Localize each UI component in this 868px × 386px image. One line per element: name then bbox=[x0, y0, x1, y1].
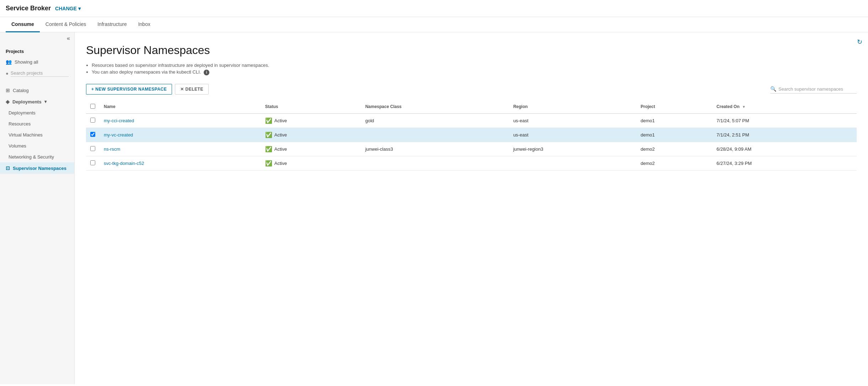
row-checkbox[interactable] bbox=[90, 160, 95, 165]
supervisor-namespaces-label: Supervisor Namespaces bbox=[13, 166, 66, 171]
projects-label: Projects bbox=[0, 44, 74, 56]
sidebar-item-virtual-machines[interactable]: Virtual Machines bbox=[0, 129, 74, 140]
top-bar: Service Broker CHANGE ▾ bbox=[0, 0, 868, 17]
deployments-icon: ◈ bbox=[6, 99, 10, 104]
row-created-on: 7/1/24, 5:07 PM bbox=[712, 113, 857, 128]
namespaces-table: Name Status Namespace Class Region Proje… bbox=[86, 100, 857, 171]
row-status: ✅ Active bbox=[261, 156, 361, 170]
row-checkbox[interactable] bbox=[90, 146, 95, 151]
status-active-icon: ✅ bbox=[265, 117, 272, 124]
catalog-label: Catalog bbox=[13, 88, 29, 93]
tab-infrastructure[interactable]: Infrastructure bbox=[92, 17, 132, 32]
status-active-icon: ✅ bbox=[265, 146, 272, 152]
sidebar-collapse-area: « bbox=[0, 32, 74, 44]
row-status: ✅ Active bbox=[261, 113, 361, 128]
table-row: ns-rscm ✅ Active junwei-class3 junwei-re… bbox=[86, 142, 857, 156]
row-status: ✅ Active bbox=[261, 128, 361, 142]
status-label: Active bbox=[274, 132, 287, 138]
description-item-2: You can also deploy namespaces via the k… bbox=[92, 69, 857, 75]
sidebar: « Projects 👥 Showing all ● ⊞ Catalog ◈ D… bbox=[0, 32, 75, 384]
search-namespaces-input[interactable] bbox=[778, 86, 857, 92]
row-region: us-east bbox=[509, 128, 636, 142]
status-label: Active bbox=[274, 118, 287, 123]
search-namespaces-area: 🔍 bbox=[770, 85, 857, 93]
row-name: ns-rscm bbox=[100, 142, 261, 156]
row-name: svc-tkg-domain-c52 bbox=[100, 156, 261, 170]
row-name: my-cci-created bbox=[100, 113, 261, 128]
row-region: us-east bbox=[509, 113, 636, 128]
new-supervisor-namespace-button[interactable]: + NEW SUPERVISOR NAMESPACE bbox=[86, 84, 172, 95]
content-area: ↻ Supervisor Namespaces Resources based … bbox=[75, 32, 868, 384]
info-icon[interactable]: i bbox=[204, 70, 209, 75]
refresh-button[interactable]: ↻ bbox=[857, 38, 862, 46]
col-namespace-class: Namespace Class bbox=[361, 100, 509, 114]
row-checkbox[interactable] bbox=[90, 118, 95, 123]
row-namespace-class bbox=[361, 128, 509, 142]
row-checkbox[interactable] bbox=[90, 132, 95, 137]
sidebar-item-showing-all[interactable]: 👥 Showing all bbox=[0, 56, 74, 68]
chevron-down-icon: ▾ bbox=[78, 6, 81, 11]
row-project: demo1 bbox=[636, 128, 712, 142]
people-icon: 👥 bbox=[6, 59, 12, 65]
sidebar-item-supervisor-namespaces[interactable]: ⊡ Supervisor Namespaces bbox=[0, 162, 74, 174]
page-title: Supervisor Namespaces bbox=[86, 44, 857, 57]
sidebar-item-deployments[interactable]: Deployments bbox=[0, 107, 74, 118]
toolbar: + NEW SUPERVISOR NAMESPACE ✕ DELETE 🔍 bbox=[86, 84, 857, 95]
tab-inbox[interactable]: Inbox bbox=[133, 17, 156, 32]
tab-content-policies[interactable]: Content & Policies bbox=[40, 17, 92, 32]
status-active-icon: ✅ bbox=[265, 160, 272, 167]
row-checkbox-cell bbox=[86, 156, 100, 170]
sidebar-item-networking-security[interactable]: Networking & Security bbox=[0, 151, 74, 162]
status-label: Active bbox=[274, 161, 287, 166]
table-header-checkbox bbox=[86, 100, 100, 114]
namespace-link[interactable]: my-cci-created bbox=[104, 118, 134, 123]
sort-icon: ▼ bbox=[742, 105, 746, 109]
row-created-on: 6/28/24, 9:09 AM bbox=[712, 142, 857, 156]
col-name: Name bbox=[100, 100, 261, 114]
sidebar-item-catalog[interactable]: ⊞ Catalog bbox=[0, 85, 74, 96]
showing-all-label: Showing all bbox=[15, 59, 38, 65]
select-all-checkbox[interactable] bbox=[90, 104, 95, 109]
namespace-link[interactable]: my-vc-created bbox=[104, 132, 133, 138]
col-status: Status bbox=[261, 100, 361, 114]
sidebar-item-resources[interactable]: Resources bbox=[0, 118, 74, 129]
toolbar-left: + NEW SUPERVISOR NAMESPACE ✕ DELETE bbox=[86, 84, 209, 95]
catalog-icon: ⊞ bbox=[6, 87, 10, 93]
status-label: Active bbox=[274, 146, 287, 152]
col-region: Region bbox=[509, 100, 636, 114]
delete-button[interactable]: ✕ DELETE bbox=[175, 84, 209, 95]
supervisor-ns-icon: ⊡ bbox=[6, 165, 10, 171]
sidebar-item-volumes[interactable]: Volumes bbox=[0, 140, 74, 151]
table-row: my-vc-created ✅ Active us-east demo1 7/1… bbox=[86, 128, 857, 142]
table-row: svc-tkg-domain-c52 ✅ Active demo2 6/27/2… bbox=[86, 156, 857, 170]
nav-tabs: Consume Content & Policies Infrastructur… bbox=[0, 17, 868, 32]
row-project: demo2 bbox=[636, 156, 712, 170]
row-created-on: 7/1/24, 2:51 PM bbox=[712, 128, 857, 142]
description-item-1: Resources based on supervisor infrastruc… bbox=[92, 63, 857, 68]
search-icon: ● bbox=[6, 71, 9, 76]
namespace-link[interactable]: svc-tkg-domain-c52 bbox=[104, 161, 144, 166]
row-name: my-vc-created bbox=[100, 128, 261, 142]
row-project: demo1 bbox=[636, 113, 712, 128]
row-project: demo2 bbox=[636, 142, 712, 156]
namespace-link[interactable]: ns-rscm bbox=[104, 146, 120, 152]
description-list: Resources based on supervisor infrastruc… bbox=[86, 63, 857, 75]
chevron-down-icon: ▾ bbox=[44, 99, 47, 104]
col-created-on: Created On ▼ bbox=[712, 100, 857, 114]
row-region bbox=[509, 156, 636, 170]
col-project: Project bbox=[636, 100, 712, 114]
deployments-label: Deployments bbox=[12, 99, 42, 104]
row-namespace-class bbox=[361, 156, 509, 170]
row-checkbox-cell bbox=[86, 113, 100, 128]
row-namespace-class: junwei-class3 bbox=[361, 142, 509, 156]
row-status: ✅ Active bbox=[261, 142, 361, 156]
tab-consume[interactable]: Consume bbox=[6, 17, 40, 32]
sidebar-item-deployments-group[interactable]: ◈ Deployments ▾ bbox=[0, 96, 74, 107]
row-created-on: 6/27/24, 3:29 PM bbox=[712, 156, 857, 170]
app-title: Service Broker bbox=[6, 5, 51, 12]
change-button[interactable]: CHANGE ▾ bbox=[55, 6, 81, 11]
collapse-sidebar-button[interactable]: « bbox=[67, 35, 70, 42]
search-projects-area: ● bbox=[0, 68, 74, 79]
search-projects-input[interactable] bbox=[11, 70, 69, 77]
row-checkbox-cell bbox=[86, 142, 100, 156]
